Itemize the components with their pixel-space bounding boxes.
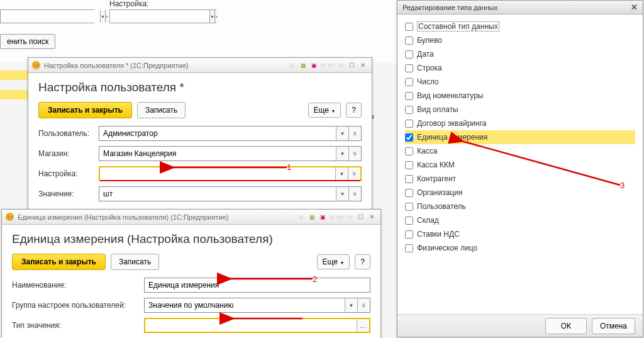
bg-setting-label: Настройка:	[109, 0, 148, 8]
field-dots-icon[interactable]: …	[357, 319, 369, 332]
type-item-7[interactable]: Договор эквайринга	[405, 116, 635, 130]
type-item-label: Вид оплаты	[417, 105, 458, 114]
type-checkbox[interactable]	[405, 217, 413, 225]
field-caret-icon[interactable]: ▼	[336, 187, 348, 201]
type-item-0[interactable]: Составной тип данных	[405, 20, 635, 33]
field-open-icon[interactable]: ⎘	[357, 298, 370, 312]
type-item-2[interactable]: Дата	[405, 47, 635, 61]
type-item-9[interactable]: Касса	[405, 144, 635, 158]
star-icon[interactable]: ☆	[288, 61, 297, 70]
calc-icon[interactable]: ▦	[308, 213, 316, 222]
value-label: Значение:	[38, 189, 99, 198]
type-checkbox[interactable]	[405, 50, 413, 59]
type-checkbox[interactable]	[405, 92, 413, 100]
bg-dropdown-1[interactable]: ▼ ×	[0, 9, 94, 23]
type-checkbox[interactable]	[405, 244, 413, 252]
field-caret-icon[interactable]: ▼	[345, 298, 357, 312]
calendar-icon[interactable]: ▣	[318, 213, 327, 222]
type-item-4[interactable]: Число	[405, 75, 635, 89]
save-button[interactable]: Записать	[111, 254, 159, 270]
type-item-12[interactable]: Организация	[405, 186, 635, 200]
type-item-8[interactable]: Единица измерения	[405, 130, 635, 144]
maximize-icon[interactable]: ☐	[347, 60, 357, 70]
mplus-indicator: M+	[337, 214, 345, 220]
type-checkbox[interactable]	[405, 23, 413, 31]
dropdown-clear-icon[interactable]: ×	[105, 10, 108, 23]
name-input[interactable]	[145, 278, 370, 292]
dialog-footer: ОК Отмена	[397, 314, 643, 337]
type-checkbox[interactable]	[405, 120, 413, 128]
field-open-icon[interactable]: ⎘	[348, 167, 360, 180]
close-icon[interactable]: ✕	[367, 212, 377, 222]
type-checkbox[interactable]	[405, 175, 413, 183]
bg-dropdown-2-input[interactable]	[110, 10, 209, 23]
bg-dropdown-2[interactable]: ▼ ×	[109, 9, 216, 23]
type-checkbox[interactable]	[405, 78, 413, 86]
field-open-icon[interactable]: ⎘	[348, 187, 361, 201]
titlebar: 1c Единица измерения (Настройка пользова…	[2, 210, 380, 225]
m-indicator: M	[321, 62, 326, 69]
close-icon[interactable]: ✕	[631, 3, 638, 12]
type-item-16[interactable]: Физическое лицо	[405, 241, 635, 255]
ok-button[interactable]: ОК	[545, 318, 587, 334]
app-icon: 1c	[32, 61, 40, 69]
apply-search-button[interactable]: енить поиск	[0, 34, 55, 49]
more-button[interactable]: Еще ▼	[317, 254, 350, 269]
calc-icon[interactable]: ▦	[299, 61, 308, 70]
close-icon[interactable]: ✕	[358, 60, 368, 70]
type-item-5[interactable]: Вид номенклатуры	[405, 89, 635, 103]
dialog-title: Редактирование типа данных	[402, 4, 497, 11]
save-button[interactable]: Записать	[137, 102, 186, 118]
shop-input[interactable]	[99, 147, 336, 161]
type-checkbox[interactable]	[405, 64, 413, 72]
type-item-13[interactable]: Пользователь	[405, 200, 635, 213]
type-item-15[interactable]: Ставки НДС	[405, 227, 635, 241]
more-button[interactable]: Еще ▼	[308, 103, 341, 118]
save-close-button[interactable]: Записать и закрыть	[12, 254, 106, 270]
user-field-wrap: ▼ ⎘	[99, 126, 362, 141]
type-item-6[interactable]: Вид оплаты	[405, 103, 635, 116]
type-item-14[interactable]: Склад	[405, 213, 635, 227]
field-caret-icon[interactable]: ▼	[336, 127, 348, 140]
star-icon[interactable]: ☆	[297, 213, 306, 222]
shop-field-wrap: ▼ ⎘	[99, 146, 362, 161]
type-item-10[interactable]: Касса ККМ	[405, 158, 635, 172]
help-button[interactable]: ?	[346, 103, 362, 118]
maximize-icon[interactable]: ☐	[355, 212, 365, 222]
shop-label: Магазин:	[38, 149, 99, 158]
type-item-11[interactable]: Контрагент	[405, 172, 635, 186]
dropdown-caret-icon[interactable]: ▼	[209, 10, 214, 23]
field-open-icon[interactable]: ⎘	[348, 127, 361, 140]
group-input[interactable]	[145, 298, 345, 312]
field-caret-icon[interactable]: ▼	[335, 167, 348, 180]
type-checkbox[interactable]	[405, 189, 413, 197]
type-item-label: Составной тип данных	[417, 21, 499, 31]
name-label: Наименование:	[12, 281, 144, 290]
type-checkbox[interactable]	[405, 203, 413, 211]
field-caret-icon[interactable]: ▼	[336, 147, 348, 161]
type-checkbox[interactable]	[405, 230, 413, 239]
cancel-button[interactable]: Отмена	[592, 318, 635, 334]
user-input[interactable]	[99, 127, 336, 140]
dropdown-caret-icon[interactable]: ▼	[100, 10, 105, 23]
save-close-button[interactable]: Записать и закрыть	[38, 102, 132, 118]
type-item-1[interactable]: Булево	[405, 33, 635, 47]
type-item-3[interactable]: Строка	[405, 61, 635, 75]
red-underline	[100, 180, 360, 181]
field-open-icon[interactable]: ⎘	[348, 147, 361, 161]
type-checkbox[interactable]	[405, 133, 413, 142]
type-input[interactable]	[145, 319, 223, 332]
type-checkbox[interactable]	[405, 161, 413, 169]
setting-input[interactable]	[100, 167, 178, 180]
value-input[interactable]	[99, 187, 336, 201]
type-item-label: Булево	[417, 36, 442, 45]
type-checkbox[interactable]	[405, 106, 413, 114]
calendar-icon[interactable]: ▣	[309, 61, 318, 70]
type-checkbox[interactable]	[405, 147, 413, 155]
help-button[interactable]: ?	[355, 254, 370, 269]
titlebar: 1c Настройка пользователя * (1С:Предприя…	[28, 58, 372, 73]
bg-dropdown-1-input[interactable]	[1, 10, 100, 23]
unit-setting-window: 1c Единица измерения (Настройка пользова…	[1, 209, 381, 338]
type-checkbox[interactable]	[405, 37, 413, 45]
dropdown-clear-icon[interactable]: ×	[214, 10, 218, 23]
